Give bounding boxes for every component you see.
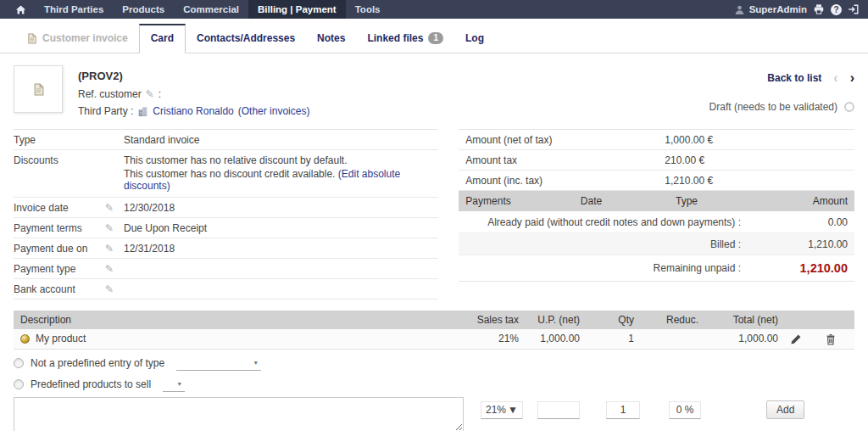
type-label: Type	[14, 134, 105, 146]
free-entry-radio[interactable]	[14, 358, 24, 368]
tab-contacts-addresses[interactable]: Contacts/Addresses	[186, 25, 306, 53]
add-line-form: Not a predefined entry of type ▼ Predefi…	[14, 356, 854, 431]
predefined-product-radio[interactable]	[14, 379, 24, 389]
remaining-unpaid-value: 1,210.00	[753, 261, 848, 275]
amount-tax-label: Amount tax	[465, 154, 665, 166]
edit-invoice-date-icon[interactable]: ✎	[105, 202, 124, 214]
chevron-down-icon: ▼	[253, 360, 259, 366]
navbar-right-cluster: SuperAdmin ?	[734, 0, 861, 19]
tab-linked-files[interactable]: Linked files 1	[356, 25, 454, 53]
tab-log[interactable]: Log	[454, 25, 495, 53]
nav-item-products[interactable]: Products	[113, 0, 174, 19]
amount-incl-label: Amount (inc. tax)	[465, 175, 665, 187]
product-icon	[20, 334, 30, 344]
amount-incl-row: Amount (inc. tax) 1,210.00 €	[459, 171, 854, 191]
type-value: Standard invoice	[124, 134, 438, 146]
edit-line-icon[interactable]	[778, 333, 814, 345]
payment-type-label: Payment type	[14, 263, 105, 275]
previous-record-icon: ‹	[833, 73, 837, 83]
document-thumbnail[interactable]	[14, 65, 63, 113]
linked-files-count-badge: 1	[428, 32, 443, 44]
discounts-line1: This customer has no relative discount b…	[124, 154, 438, 166]
tab-customer-invoice-label: Customer invoice	[42, 32, 128, 44]
nav-item-third-parties[interactable]: Third Parties	[35, 0, 113, 19]
remaining-unpaid-label: Remaining unpaid :	[465, 262, 753, 274]
delete-line-icon[interactable]	[814, 333, 848, 345]
edit-payment-due-icon[interactable]: ✎	[105, 243, 124, 255]
invoice-card-page: Third Parties Products Commercial Billin…	[0, 0, 868, 431]
invoice-date-value: 12/30/2018	[124, 202, 438, 214]
vat-rate-value: 21%	[486, 404, 506, 416]
third-party-link[interactable]: Cristiano Ronaldo	[153, 105, 233, 117]
third-party-label: Third Party :	[78, 105, 133, 117]
next-record-icon[interactable]: ›	[850, 73, 854, 83]
top-navbar: Third Parties Products Commercial Billin…	[0, 0, 868, 19]
reduc-header: Reduc.	[634, 314, 698, 326]
predefined-product-label: Predefined products to sell	[31, 378, 151, 390]
nav-item-billing-payment[interactable]: Billing | Payment	[248, 0, 346, 19]
discounts-line2: This customer has no discount credit ava…	[124, 168, 335, 180]
amount-net-label: Amount (net of tax)	[465, 134, 665, 146]
company-icon	[137, 106, 148, 117]
qty-header: Qty	[580, 314, 634, 326]
entry-type-select[interactable]: ▼	[176, 356, 261, 371]
nav-item-commercial[interactable]: Commercial	[174, 0, 248, 19]
line-unit-price: 1,000.00	[519, 333, 580, 344]
line-description-input[interactable]	[14, 397, 464, 431]
invoice-properties-table: Type Standard invoice Discounts This cus…	[14, 129, 438, 299]
invoice-summary: (PROV2) Ref. customer ✎ : Third Party : …	[78, 65, 309, 122]
discount-input[interactable]: 0 %	[669, 401, 701, 419]
back-to-list-link[interactable]: Back to list	[767, 72, 821, 84]
edit-payment-terms-icon[interactable]: ✎	[105, 222, 124, 234]
invoice-header: (PROV2) Ref. customer ✎ : Third Party : …	[0, 53, 868, 129]
tab-card[interactable]: Card	[139, 24, 186, 53]
tab-bar: Customer invoice Card Contacts/Addresses…	[0, 19, 868, 53]
description-header: Description	[20, 314, 451, 326]
already-paid-row: Already paid (without credit notes and d…	[459, 211, 854, 233]
edit-ref-customer-icon[interactable]: ✎	[146, 88, 154, 100]
draft-status-icon	[844, 102, 854, 112]
billed-value: 1,210.00	[753, 238, 848, 250]
ref-customer-line: Ref. customer ✎ :	[78, 88, 309, 100]
free-entry-label: Not a predefined entry of type	[31, 357, 164, 369]
print-icon[interactable]	[813, 3, 825, 15]
amount-header: Amount	[742, 195, 848, 207]
payment-terms-row: Payment terms ✎ Due Upon Receipt	[14, 218, 438, 238]
predefined-product-select[interactable]: ▼	[163, 378, 185, 392]
unit-price-header: U.P. (net)	[519, 314, 580, 326]
line-description: My product	[36, 333, 86, 344]
edit-payment-type-icon[interactable]: ✎	[105, 263, 124, 275]
thumbnail-doc-icon	[32, 83, 45, 96]
home-menu-item[interactable]	[7, 0, 35, 19]
nav-item-tools[interactable]: Tools	[346, 0, 390, 19]
type-header: Type	[632, 195, 742, 207]
bank-account-label: Bank account	[14, 283, 105, 295]
sales-tax-header: Sales tax	[451, 314, 519, 326]
tab-linked-files-label: Linked files	[367, 32, 423, 44]
tab-notes[interactable]: Notes	[306, 25, 356, 53]
ref-customer-label: Ref. customer	[78, 88, 142, 100]
vat-rate-select[interactable]: 21% ▼	[481, 401, 523, 419]
add-line-button[interactable]: Add	[766, 400, 804, 419]
other-invoices-link[interactable]: (Other invoices)	[238, 105, 310, 117]
invoice-date-row: Invoice date ✎ 12/30/2018	[14, 198, 438, 218]
home-icon	[15, 4, 26, 15]
payment-due-row: Payment due on ✎ 12/31/2018	[14, 238, 438, 259]
help-icon[interactable]: ?	[831, 4, 842, 15]
amount-tax-value: 210.00 €	[665, 154, 704, 166]
predefined-product-option-row: Predefined products to sell ▼	[14, 378, 854, 392]
qty-input[interactable]: 1	[606, 401, 640, 419]
amount-incl-value: 1,210.00 €	[665, 175, 713, 187]
line-qty: 1	[580, 333, 634, 344]
payments-header: Payments	[465, 195, 551, 207]
payments-table-header: Payments Date Type Amount	[459, 191, 854, 211]
chevron-down-icon: ▼	[176, 381, 182, 387]
lines-header-row: Description Sales tax U.P. (net) Qty Red…	[14, 311, 854, 329]
edit-bank-account-icon[interactable]: ✎	[105, 283, 124, 295]
username: SuperAdmin	[749, 4, 807, 14]
payment-terms-label: Payment terms	[14, 222, 105, 234]
ref-customer-colon: :	[159, 88, 161, 100]
logout-icon[interactable]	[848, 3, 860, 15]
unit-price-input[interactable]	[537, 401, 580, 419]
user-menu[interactable]: SuperAdmin	[734, 4, 807, 15]
